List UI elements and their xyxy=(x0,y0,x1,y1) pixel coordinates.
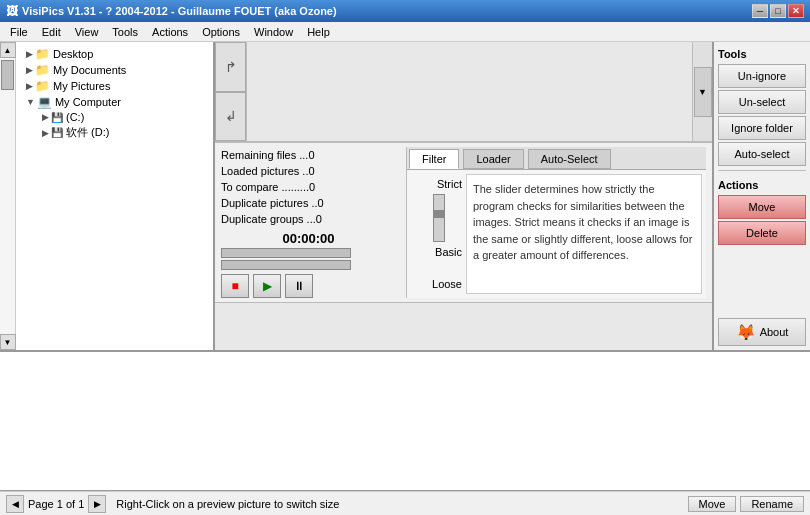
title-bar-controls: ─ □ ✕ xyxy=(752,4,804,18)
folder-icon-desktop: 📁 xyxy=(35,47,50,61)
tree-item-cdrive[interactable]: ▶ 💾 (C:) xyxy=(16,110,213,124)
status-bar: ◀ Page 1 of 1 ▶ Right-Click on a preview… xyxy=(0,491,810,515)
arrow-down-button[interactable]: ↲ xyxy=(215,92,246,142)
folder-icon-mypics: 📁 xyxy=(35,79,50,93)
menu-bar: File Edit View Tools Actions Options Win… xyxy=(0,22,810,42)
tree-item-ddrive[interactable]: ▶ 💾 软件 (D:) xyxy=(16,124,213,141)
stats-area: Remaining files ...0 Loaded pictures ..0… xyxy=(215,142,712,303)
menu-options[interactable]: Options xyxy=(196,24,246,40)
tree-label-ddrive: 软件 (D:) xyxy=(66,125,109,140)
ignore-folder-button[interactable]: Ignore folder xyxy=(718,116,806,140)
filter-panel: Filter Loader Auto-Select Strict Basic xyxy=(406,147,706,298)
actions-section-label: Actions xyxy=(718,179,806,191)
control-buttons: ■ ▶ ⏸ xyxy=(221,274,396,298)
about-button[interactable]: 🦊 About xyxy=(718,318,806,346)
tree-scrollbar: ▲ ▼ xyxy=(0,42,16,350)
scroll-thumb[interactable] xyxy=(1,60,14,90)
slider-thumb[interactable] xyxy=(433,210,445,218)
progress-bar-1 xyxy=(221,248,351,258)
tree-label-cdrive: (C:) xyxy=(66,111,84,123)
status-rename-button[interactable]: Rename xyxy=(740,496,804,512)
tree-label-mypics: My Pictures xyxy=(53,80,110,92)
tools-section-label: Tools xyxy=(718,48,806,60)
stats-left: Remaining files ...0 Loaded pictures ..0… xyxy=(221,147,396,298)
progress-bars xyxy=(221,248,396,270)
file-tree: ▶ 📁 Desktop ▶ 📁 My Documents ▶ 📁 My Pict… xyxy=(16,42,213,350)
title-bar: 🖼 VisiPics V1.31 - ? 2004-2012 - Guillau… xyxy=(0,0,810,22)
tree-item-mycomputer[interactable]: ▼ 💻 My Computer xyxy=(16,94,213,110)
maximize-button[interactable]: □ xyxy=(770,4,786,18)
filter-description: The slider determines how strictly the p… xyxy=(466,174,702,294)
file-tree-panel: ▲ ▼ ▶ 📁 Desktop ▶ 📁 My Documents xyxy=(0,42,215,350)
filter-slider[interactable] xyxy=(433,194,445,242)
scroll-down[interactable]: ▼ xyxy=(0,334,16,350)
timer-display: 00:00:00 xyxy=(221,231,396,246)
tree-arrow-cdrive: ▶ xyxy=(42,112,49,122)
top-area: ▲ ▼ ▶ 📁 Desktop ▶ 📁 My Documents xyxy=(0,42,810,352)
arrow-buttons: ↱ ↲ xyxy=(215,42,247,141)
page-next-button[interactable]: ▶ xyxy=(88,495,106,513)
tree-arrow-ddrive: ▶ xyxy=(42,128,49,138)
status-move-button[interactable]: Move xyxy=(688,496,737,512)
tree-item-mypics[interactable]: ▶ 📁 My Pictures xyxy=(16,78,213,94)
right-scroll-button[interactable]: ▼ xyxy=(694,67,712,117)
arrow-up-button[interactable]: ↱ xyxy=(215,42,246,92)
minimize-button[interactable]: ─ xyxy=(752,4,768,18)
scroll-up[interactable]: ▲ xyxy=(0,42,16,58)
tools-panel: Tools Un-ignore Un-select Ignore folder … xyxy=(712,42,810,350)
top-arrows-area: ↱ ↲ ▼ xyxy=(215,42,712,142)
label-basic: Basic xyxy=(411,246,466,258)
unignore-button[interactable]: Un-ignore xyxy=(718,64,806,88)
filter-slider-area: Strict Basic Loose xyxy=(411,174,466,294)
menu-file[interactable]: File xyxy=(4,24,34,40)
pause-button[interactable]: ⏸ xyxy=(285,274,313,298)
right-arrow-area: ▼ xyxy=(692,42,712,141)
progress-bar-2 xyxy=(221,260,351,270)
bottom-preview-area xyxy=(0,352,810,491)
status-right-buttons: Move Rename xyxy=(688,496,804,512)
menu-view[interactable]: View xyxy=(69,24,105,40)
stat-duplicate-pics: Duplicate pictures ..0 xyxy=(221,195,396,211)
stop-button[interactable]: ■ xyxy=(221,274,249,298)
folder-icon-mydocs: 📁 xyxy=(35,63,50,77)
tree-arrow-desktop: ▶ xyxy=(26,49,33,59)
menu-tools[interactable]: Tools xyxy=(106,24,144,40)
unselect-button[interactable]: Un-select xyxy=(718,90,806,114)
stat-tocompare: To compare .........0 xyxy=(221,179,396,195)
auto-select-button[interactable]: Auto-select xyxy=(718,142,806,166)
menu-help[interactable]: Help xyxy=(301,24,336,40)
menu-edit[interactable]: Edit xyxy=(36,24,67,40)
tab-filter[interactable]: Filter xyxy=(409,149,459,169)
tab-loader[interactable]: Loader xyxy=(463,149,523,169)
tree-item-mydocs[interactable]: ▶ 📁 My Documents xyxy=(16,62,213,78)
drive-icon-c: 💾 xyxy=(51,112,63,123)
tree-arrow-mycomputer: ▼ xyxy=(26,97,35,107)
menu-actions[interactable]: Actions xyxy=(146,24,194,40)
label-loose: Loose xyxy=(411,278,466,290)
computer-icon: 💻 xyxy=(37,95,52,109)
tab-autoselect[interactable]: Auto-Select xyxy=(528,149,611,169)
tree-arrow-mydocs: ▶ xyxy=(26,65,33,75)
stat-remaining: Remaining files ...0 xyxy=(221,147,396,163)
page-info: Page 1 of 1 xyxy=(28,498,84,510)
tree-label-mydocs: My Documents xyxy=(53,64,126,76)
title-bar-left: 🖼 VisiPics V1.31 - ? 2004-2012 - Guillau… xyxy=(6,4,337,18)
drive-icon-d: 💾 xyxy=(51,127,63,138)
main-container: ▲ ▼ ▶ 📁 Desktop ▶ 📁 My Documents xyxy=(0,42,810,491)
label-strict: Strict xyxy=(411,178,466,190)
middle-panel: ↱ ↲ ▼ Remaining files ...0 Loaded pictur… xyxy=(215,42,712,350)
separator-1 xyxy=(718,170,806,171)
page-prev-button[interactable]: ◀ xyxy=(6,495,24,513)
stat-duplicate-groups: Duplicate groups ...0 xyxy=(221,211,396,227)
scroll-track xyxy=(0,58,15,334)
close-button[interactable]: ✕ xyxy=(788,4,804,18)
delete-button[interactable]: Delete xyxy=(718,221,806,245)
preview-area xyxy=(247,42,692,141)
move-button[interactable]: Move xyxy=(718,195,806,219)
tree-arrow-mypics: ▶ xyxy=(26,81,33,91)
menu-window[interactable]: Window xyxy=(248,24,299,40)
play-button[interactable]: ▶ xyxy=(253,274,281,298)
about-label: About xyxy=(760,326,789,338)
tree-label-mycomputer: My Computer xyxy=(55,96,121,108)
tree-item-desktop[interactable]: ▶ 📁 Desktop xyxy=(16,46,213,62)
